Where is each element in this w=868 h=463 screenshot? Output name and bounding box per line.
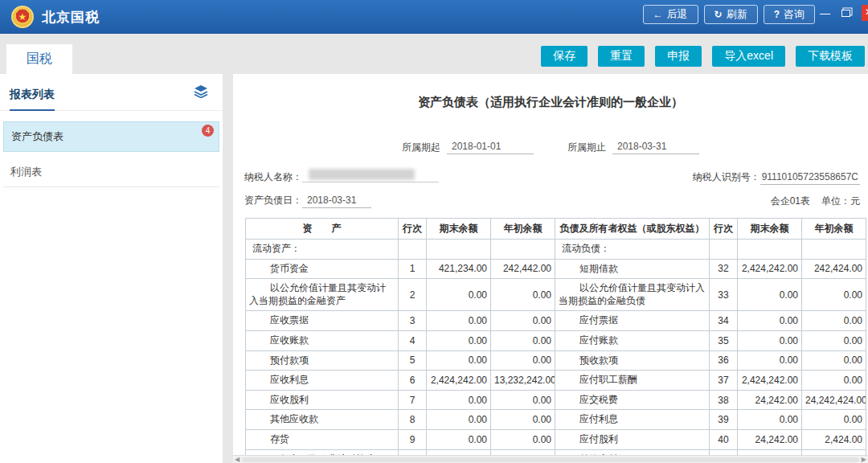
tax-bureau-logo-icon: ★	[11, 6, 34, 28]
amount-cell[interactable]: 0.00	[738, 330, 802, 350]
column-header: 行次	[399, 219, 427, 240]
amount-cell[interactable]: 0.00	[802, 410, 866, 430]
amount-cell[interactable]: 0.00	[427, 390, 491, 410]
column-header: 期末余额	[738, 219, 802, 240]
tab-bar: 国税 保存 重置 申报 导入excel 下载模板	[0, 34, 868, 74]
period-end-group: 所属期止 2018-03-31	[567, 141, 699, 154]
taxpayer-id-group: 纳税人识别号：91110105723558657C	[693, 170, 860, 184]
amount-cell[interactable]: 24,242.00	[738, 429, 802, 449]
amount-cell[interactable]	[738, 240, 802, 260]
balance-date-row: 资产负债日：2018-03-31 会企01表单位：元	[233, 194, 868, 208]
amount-cell[interactable]: 0.00	[802, 330, 866, 350]
minimize-icon[interactable]: —	[820, 8, 830, 18]
amount-cell[interactable]: 0.00	[427, 311, 491, 331]
question-icon: ?	[774, 9, 780, 20]
line-number-cell	[399, 240, 427, 260]
amount-cell[interactable]: 2,424,242.00	[738, 259, 802, 279]
scrollbar-thumb[interactable]	[242, 457, 859, 462]
table-row: 存货90.000.00应付股利4024,242.002,424.00	[246, 429, 866, 449]
amount-cell[interactable]: 13,232,242.00	[491, 371, 555, 391]
refresh-icon: ↻	[714, 9, 723, 20]
amount-cell[interactable]: 0.00	[427, 429, 491, 449]
amount-cell[interactable]: 0.00	[427, 279, 491, 311]
consult-button[interactable]: ? 咨询	[764, 5, 815, 24]
period-end-field[interactable]: 2018-03-31	[612, 141, 699, 154]
amount-cell[interactable]: 0.00	[491, 279, 555, 311]
line-number-cell	[710, 240, 738, 260]
tab-guoshui[interactable]: 国税	[6, 44, 72, 74]
line-number-cell: 8	[399, 410, 427, 430]
amount-cell[interactable]: 421,234.00	[427, 259, 491, 279]
amount-cell[interactable]	[802, 240, 866, 260]
item-name-cell: 应付账款	[555, 330, 710, 350]
balance-date-field[interactable]: 2018-03-31	[302, 195, 371, 208]
period-start-field[interactable]: 2018-01-01	[447, 141, 534, 154]
period-start-group: 所属期起 2018-01-01	[402, 141, 534, 154]
amount-cell[interactable]: 242,424.00	[802, 259, 866, 279]
amount-cell[interactable]: 0.00	[802, 350, 866, 371]
amount-cell[interactable]: 0.00	[802, 311, 866, 331]
taxpayer-name-label: 纳税人名称：	[244, 171, 302, 182]
amount-cell[interactable]: 0.00	[491, 350, 555, 371]
app-title: 北京国税	[42, 8, 100, 27]
period-row: 所属期起 2018-01-01 所属期止 2018-03-31	[233, 141, 868, 154]
item-name-cell: 流动资产：	[246, 240, 399, 260]
amount-cell[interactable]: 24,242,424.00	[802, 390, 866, 410]
amount-cell[interactable]: 0.00	[738, 350, 802, 371]
amount-cell[interactable]: 0.00	[802, 279, 866, 311]
line-number-cell: 5	[399, 350, 427, 371]
restore-icon[interactable]	[841, 10, 850, 17]
declare-button[interactable]: 申报	[655, 46, 702, 67]
scroll-right-icon[interactable]: ▶	[862, 457, 866, 463]
amount-cell[interactable]: 24,242.00	[738, 390, 802, 410]
line-number-cell: 35	[710, 330, 738, 350]
amount-cell[interactable]: 2,424,242.00	[738, 371, 802, 391]
window-controls: — ✕	[820, 5, 868, 21]
table-row: 以公允价值计量且其变动计入当期损益的金融资产20.000.00以公允价值计量且其…	[246, 279, 866, 311]
taxpayer-id-label: 纳税人识别号：	[693, 171, 760, 182]
sidebar-item[interactable]: 利润表	[3, 158, 219, 187]
amount-cell[interactable]: 0.00	[491, 311, 555, 331]
amount-cell[interactable]: 0.00	[738, 311, 802, 331]
refresh-button[interactable]: ↻ 刷新	[704, 5, 758, 24]
amount-cell[interactable]: 0.00	[738, 279, 802, 311]
horizontal-scrollbar[interactable]: ◀ ▶	[233, 455, 868, 463]
amount-cell[interactable]	[427, 240, 491, 260]
import-excel-button[interactable]: 导入excel	[712, 46, 785, 67]
taxpayer-row: 纳税人名称： 纳税人识别号：91110105723558657C	[233, 169, 868, 184]
amount-cell[interactable]: 0.00	[491, 429, 555, 449]
amount-cell[interactable]: 242,442.00	[491, 259, 555, 279]
amount-cell[interactable]: 0.00	[427, 410, 491, 430]
amount-cell[interactable]: 0.00	[427, 330, 491, 350]
amount-cell[interactable]: 0.00	[427, 350, 491, 371]
line-number-cell: 7	[399, 390, 427, 410]
amount-cell[interactable]: 0.00	[491, 410, 555, 430]
period-end-label: 所属期止	[567, 141, 606, 154]
table-row: 预付款项50.000.00预收款项360.000.00	[246, 350, 866, 371]
back-button[interactable]: ← 后退	[643, 5, 698, 24]
amount-cell[interactable]: 2,424.00	[802, 429, 866, 449]
amount-cell[interactable]: 0.00	[738, 410, 802, 430]
amount-cell[interactable]: 0.00	[802, 371, 866, 391]
amount-cell[interactable]	[491, 240, 555, 260]
form-toolbar: 保存 重置 申报 导入excel 下载模板	[541, 46, 865, 67]
sidebar-items: 资产负债表4利润表	[0, 121, 223, 187]
item-name-cell: 预收款项	[555, 350, 710, 371]
main-panel: 资产负债表（适用执行企业会计准则的一般企业） 所属期起 2018-01-01 所…	[233, 74, 868, 463]
amount-cell[interactable]: 0.00	[491, 390, 555, 410]
line-number-cell: 34	[710, 311, 738, 331]
save-button[interactable]: 保存	[541, 46, 588, 67]
scroll-left-icon[interactable]: ◀	[235, 457, 240, 463]
amount-cell[interactable]: 0.00	[491, 330, 555, 350]
sidebar-item[interactable]: 资产负债表4	[3, 121, 219, 152]
download-template-button[interactable]: 下载模板	[796, 46, 865, 67]
line-number-cell: 37	[710, 371, 738, 391]
reset-button[interactable]: 重置	[598, 46, 645, 67]
table-row: 其他应收款80.000.00应付利息390.000.00	[246, 410, 866, 430]
item-name-cell: 应收利息	[246, 371, 399, 391]
layers-icon[interactable]	[194, 85, 208, 101]
amount-cell[interactable]: 2,424,242.00	[427, 371, 491, 391]
close-icon[interactable]: ✕	[862, 5, 868, 21]
item-name-cell: 以公允价值计量且其变动计入当期损益的金融资产	[246, 279, 399, 311]
item-name-cell: 应收股利	[246, 390, 399, 410]
